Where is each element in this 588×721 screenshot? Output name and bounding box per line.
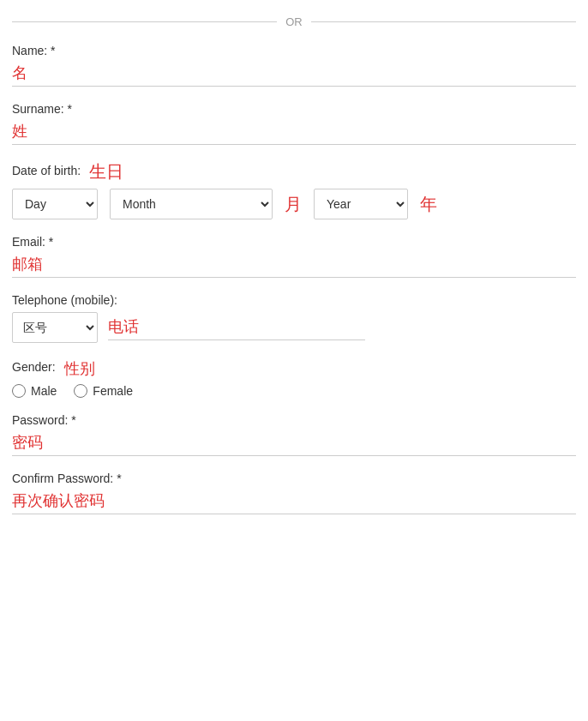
telephone-field-group: Telephone (mobile): 区号 +1+44+86+81+49 (12, 293, 576, 343)
gender-male-option[interactable]: Male (12, 384, 57, 398)
gender-female-radio[interactable] (74, 384, 87, 398)
surname-input[interactable] (12, 119, 576, 145)
dob-day-select[interactable]: Day for(let i=1;i<=31;i++){document.writ… (12, 189, 98, 219)
year-hint: 年 (420, 193, 437, 216)
gender-male-label: Male (31, 384, 57, 398)
dob-hint: 生日 (89, 160, 123, 183)
name-field-group: Name: * (12, 44, 576, 87)
confirm-password-label: Confirm Password: * (12, 472, 576, 485)
gender-male-radio[interactable] (12, 384, 26, 398)
or-divider: OR (12, 15, 576, 28)
dob-label: Date of birth: (12, 164, 81, 177)
telephone-label: Telephone (mobile): (12, 293, 576, 307)
gender-hint: 性别 (64, 358, 95, 379)
gender-label: Gender: (12, 360, 56, 374)
name-label: Name: * (12, 44, 576, 57)
email-label: Email: * (12, 235, 576, 249)
password-field-group: Password: * (12, 413, 576, 456)
dob-year-select[interactable]: Year for(let y=2024;y>=1920;y--){documen… (314, 189, 408, 219)
confirm-password-input[interactable] (12, 489, 576, 514)
email-input[interactable] (12, 252, 576, 278)
confirm-password-field-group: Confirm Password: * (12, 472, 576, 514)
name-input[interactable] (12, 61, 576, 87)
phone-input[interactable] (108, 315, 365, 340)
gender-female-option[interactable]: Female (74, 384, 133, 398)
month-hint: 月 (285, 193, 302, 216)
dob-field-group: Date of birth: 生日 Day for(let i=1;i<=31;… (12, 160, 576, 219)
gender-female-label: Female (93, 384, 133, 398)
surname-field-group: Surname: * (12, 102, 576, 145)
area-code-select[interactable]: 区号 +1+44+86+81+49 (12, 312, 98, 343)
dob-selects-row: Day for(let i=1;i<=31;i++){document.writ… (12, 189, 576, 219)
gender-field-group: Gender: 性别 Male Female (12, 358, 576, 398)
dob-month-select[interactable]: Month JanuaryFebruaryMarch AprilMayJune … (110, 189, 273, 219)
or-label: OR (285, 15, 303, 28)
email-field-group: Email: * (12, 235, 576, 278)
gender-options-row: Male Female (12, 384, 576, 398)
telephone-row: 区号 +1+44+86+81+49 (12, 312, 576, 343)
password-label: Password: * (12, 413, 576, 427)
password-input[interactable] (12, 430, 576, 456)
surname-label: Surname: * (12, 102, 576, 116)
